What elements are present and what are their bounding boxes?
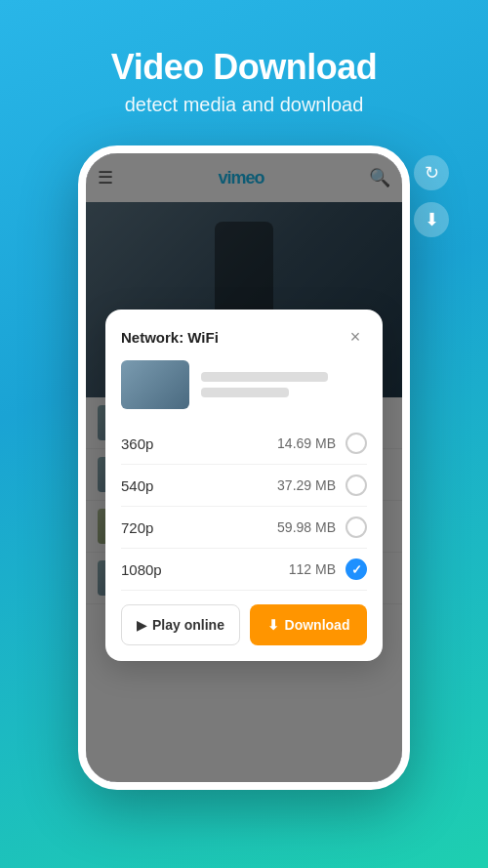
quality-right-360: 14.69 MB bbox=[277, 433, 367, 454]
play-online-label: Play online bbox=[152, 617, 224, 633]
header-section: Video Download detect media and download bbox=[92, 47, 396, 116]
download-popup: Network: WiFi × 360p 14.69 MB bbox=[105, 310, 383, 661]
preview-title-bar bbox=[201, 372, 328, 382]
quality-size-1080: 112 MB bbox=[289, 561, 336, 577]
popup-header: Network: WiFi × bbox=[121, 325, 367, 349]
quality-right-1080: 112 MB bbox=[289, 558, 367, 580]
floating-icons: ↻ ⬇ bbox=[414, 155, 449, 237]
quality-row-540[interactable]: 540p 37.29 MB bbox=[121, 465, 367, 507]
download-button[interactable]: ⬇ Download bbox=[250, 604, 367, 645]
quality-row-360[interactable]: 360p 14.69 MB bbox=[121, 423, 367, 465]
quality-label-360: 360p bbox=[121, 435, 153, 452]
refresh-icon-btn[interactable]: ↻ bbox=[414, 155, 449, 190]
quality-size-360: 14.69 MB bbox=[277, 435, 336, 451]
quality-label-540: 540p bbox=[121, 477, 153, 494]
main-title: Video Download bbox=[111, 47, 377, 88]
phone-frame: ☰ vimeo 🔍 bbox=[78, 145, 410, 790]
radio-540[interactable] bbox=[346, 475, 367, 496]
download-label: Download bbox=[285, 617, 350, 633]
quality-size-720: 59.98 MB bbox=[277, 519, 336, 535]
quality-right-720: 59.98 MB bbox=[277, 517, 367, 538]
preview-thumbnail bbox=[121, 360, 189, 409]
quality-label-1080: 1080p bbox=[121, 561, 162, 578]
quality-right-540: 37.29 MB bbox=[277, 475, 367, 496]
preview-subtitle-bar bbox=[201, 388, 289, 397]
radio-720[interactable] bbox=[346, 517, 367, 538]
radio-1080[interactable] bbox=[346, 558, 367, 580]
phone-screen: ☰ vimeo 🔍 bbox=[86, 153, 402, 782]
quality-label-720: 720p bbox=[121, 519, 153, 536]
quality-size-540: 37.29 MB bbox=[277, 477, 336, 493]
network-label: Network: WiFi bbox=[121, 329, 219, 346]
download-icon: ⬇ bbox=[267, 617, 279, 633]
popup-actions: ▶ Play online ⬇ Download bbox=[121, 604, 367, 645]
close-icon[interactable]: × bbox=[344, 325, 367, 349]
preview-section bbox=[121, 360, 367, 409]
subtitle: detect media and download bbox=[111, 94, 377, 116]
quality-row-720[interactable]: 720p 59.98 MB bbox=[121, 507, 367, 549]
quality-row-1080[interactable]: 1080p 112 MB bbox=[121, 549, 367, 591]
radio-360[interactable] bbox=[346, 433, 367, 454]
play-icon: ▶ bbox=[137, 618, 146, 633]
phone-wrapper: ☰ vimeo 🔍 bbox=[78, 145, 410, 790]
play-online-button[interactable]: ▶ Play online bbox=[121, 604, 240, 645]
download-icon-btn[interactable]: ⬇ bbox=[414, 202, 449, 237]
